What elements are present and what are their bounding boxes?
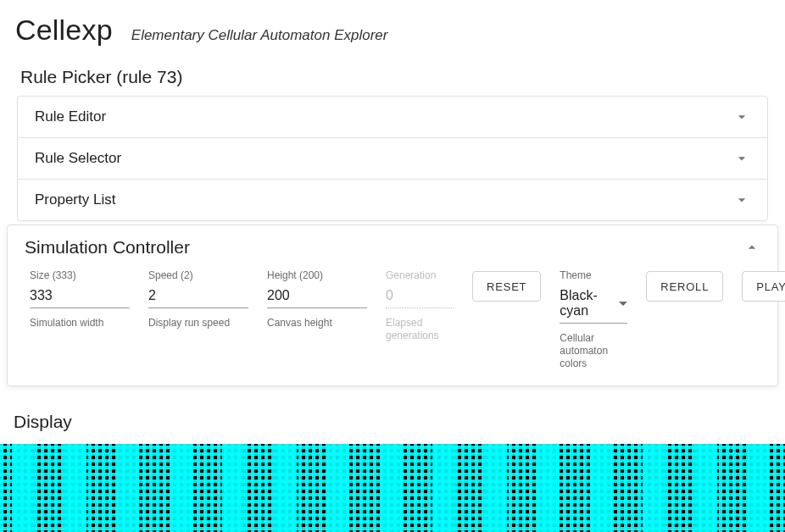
controls-row: Size (333) Simulation width Speed (2) Di… xyxy=(8,264,777,370)
chevron-down-icon xyxy=(733,191,750,208)
speed-field: Speed (2) Display run speed xyxy=(148,269,248,330)
simulation-controller-head[interactable]: Simulation Controller xyxy=(8,225,777,264)
speed-label: Speed (2) xyxy=(148,269,248,281)
height-input[interactable] xyxy=(267,285,367,308)
height-help: Canvas height xyxy=(267,317,367,330)
panel-rule-selector-label: Rule Selector xyxy=(35,150,121,167)
chevron-down-icon xyxy=(733,150,750,167)
panel-rule-editor-label: Rule Editor xyxy=(35,108,106,125)
reroll-button[interactable]: REROLL xyxy=(646,271,723,302)
simulation-controller-panel: Simulation Controller Size (333) Simulat… xyxy=(7,224,778,386)
dropdown-icon xyxy=(619,302,627,306)
generation-help: Elapsed generations xyxy=(386,317,454,342)
height-label: Height (200) xyxy=(267,269,367,281)
panel-property-list-label: Property List xyxy=(35,191,115,208)
panel-property-list[interactable]: Property List xyxy=(18,180,767,220)
rule-picker-title: Rule Picker (rule 73) xyxy=(0,53,785,96)
app-title: Cellexp xyxy=(15,14,113,47)
speed-help: Display run speed xyxy=(148,317,248,330)
chevron-up-icon xyxy=(743,239,760,256)
play-button[interactable]: PLAY xyxy=(742,271,785,302)
theme-select[interactable]: Black-cyan xyxy=(560,285,627,324)
size-help: Simulation width xyxy=(30,317,130,330)
chevron-down-icon xyxy=(733,108,750,125)
panel-rule-selector[interactable]: Rule Selector xyxy=(18,138,767,180)
generation-field: Generation Elapsed generations xyxy=(386,269,454,342)
size-field: Size (333) Simulation width xyxy=(30,269,130,330)
generation-input xyxy=(386,285,454,308)
size-label: Size (333) xyxy=(30,269,130,281)
reset-button[interactable]: RESET xyxy=(472,271,541,302)
theme-value: Black-cyan xyxy=(560,288,619,319)
size-input[interactable] xyxy=(30,285,130,308)
display-title: Display xyxy=(0,386,785,444)
theme-help: Cellular automaton colors xyxy=(560,332,627,370)
generation-label: Generation xyxy=(386,269,454,281)
speed-input[interactable] xyxy=(148,285,248,308)
simulation-controller-title: Simulation Controller xyxy=(25,237,190,258)
height-field: Height (200) Canvas height xyxy=(267,269,367,330)
rule-picker-panels: Rule Editor Rule Selector Property List xyxy=(17,96,768,221)
app-header: Cellexp Elementary Cellular Automaton Ex… xyxy=(0,0,785,53)
theme-field: Theme Black-cyan Cellular automaton colo… xyxy=(560,269,627,370)
automaton-canvas xyxy=(0,444,785,532)
app-subtitle: Elementary Cellular Automaton Explorer xyxy=(131,27,388,44)
panel-rule-editor[interactable]: Rule Editor xyxy=(18,97,767,138)
theme-label: Theme xyxy=(560,269,627,281)
